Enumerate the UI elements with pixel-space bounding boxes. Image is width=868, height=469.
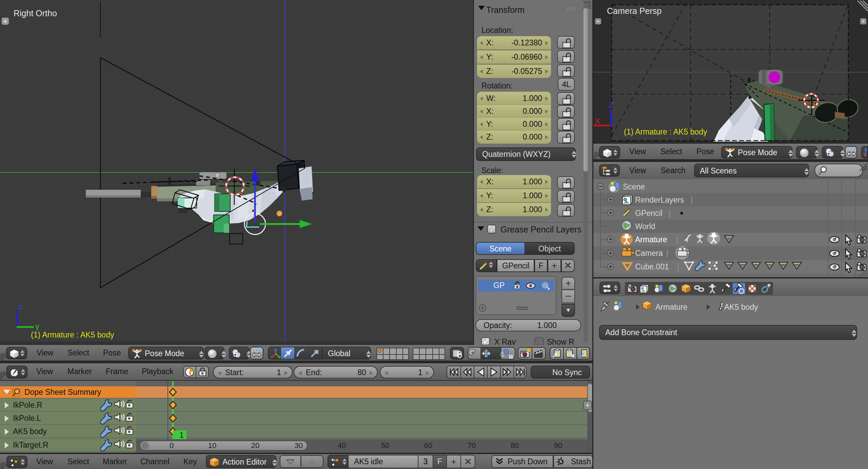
svg-text:X: X [595, 117, 600, 126]
svg-text:y: y [35, 322, 39, 330]
svg-text:Z: Z [609, 100, 614, 109]
svg-text:z: z [18, 303, 22, 311]
